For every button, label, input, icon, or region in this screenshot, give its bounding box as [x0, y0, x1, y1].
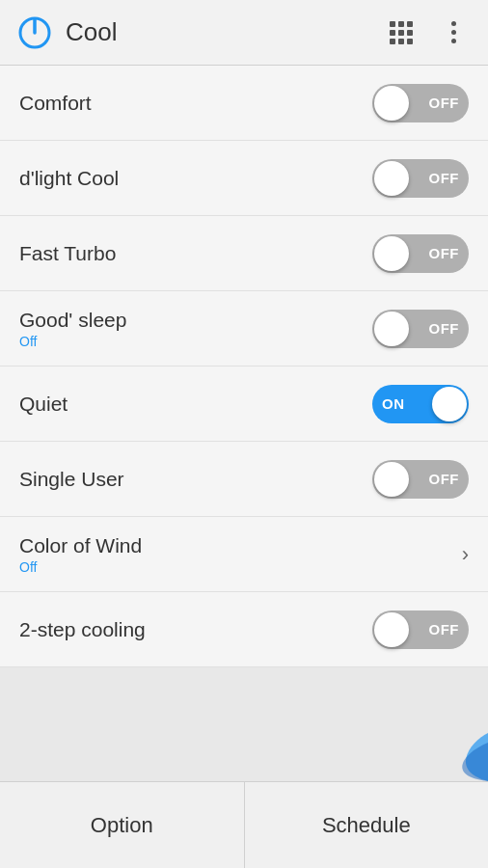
- power-button[interactable]: [14, 12, 56, 54]
- toggle-label-2-step-cooling: OFF: [429, 621, 460, 637]
- toggle-label-dlight-cool: OFF: [429, 170, 460, 186]
- item-left-color-of-wind: Color of WindOff: [19, 534, 142, 575]
- bottom-bar: Option Schedule: [0, 781, 488, 868]
- toggle-thumb-dlight-cool: [374, 161, 409, 196]
- toggle-good-sleep[interactable]: OFF: [372, 310, 469, 348]
- item-left-single-user: Single User: [19, 468, 124, 491]
- item-label-color-of-wind: Color of Wind: [19, 534, 142, 557]
- item-sublabel-color-of-wind: Off: [19, 559, 142, 575]
- list-item-2-step-cooling[interactable]: 2-step coolingOFF: [0, 592, 488, 667]
- toggle-label-single-user: OFF: [429, 471, 460, 487]
- list-item-fast-turbo[interactable]: Fast TurboOFF: [0, 216, 488, 291]
- settings-list: ComfortOFFd'light CoolOFFFast TurboOFFGo…: [0, 66, 488, 781]
- list-item-dlight-cool[interactable]: d'light CoolOFF: [0, 141, 488, 216]
- item-sublabel-good-sleep: Off: [19, 334, 126, 349]
- list-container: ComfortOFFd'light CoolOFFFast TurboOFFGo…: [0, 66, 488, 667]
- toggle-thumb-good-sleep: [374, 312, 409, 346]
- toggle-dlight-cool[interactable]: OFF: [372, 159, 469, 198]
- item-left-good-sleep: Good' sleepOff: [19, 309, 126, 349]
- more-options-button[interactable]: [432, 12, 474, 54]
- toggle-thumb-quiet: [432, 387, 467, 421]
- item-label-comfort: Comfort: [19, 92, 92, 115]
- item-label-single-user: Single User: [19, 468, 124, 491]
- item-left-2-step-cooling: 2-step cooling: [19, 618, 146, 641]
- item-left-dlight-cool: d'light Cool: [19, 167, 119, 190]
- toggle-label-comfort: OFF: [429, 95, 460, 111]
- grid-view-button[interactable]: [380, 12, 422, 54]
- toggle-2-step-cooling[interactable]: OFF: [372, 610, 469, 649]
- option-button[interactable]: Option: [0, 782, 245, 868]
- toggle-label-fast-turbo: OFF: [429, 245, 460, 261]
- toggle-single-user[interactable]: OFF: [372, 460, 469, 499]
- item-left-comfort: Comfort: [19, 92, 92, 115]
- toggle-comfort[interactable]: OFF: [372, 84, 469, 122]
- toggle-thumb-comfort: [374, 86, 409, 121]
- toggle-quiet[interactable]: ON: [372, 385, 469, 423]
- item-left-quiet: Quiet: [19, 393, 68, 416]
- toggle-thumb-fast-turbo: [374, 236, 409, 271]
- toggle-label-quiet: ON: [382, 395, 405, 412]
- list-item-single-user[interactable]: Single UserOFF: [0, 442, 488, 517]
- toggle-thumb-2-step-cooling: [374, 612, 409, 647]
- header-actions: [380, 12, 474, 54]
- more-icon: [451, 21, 456, 43]
- item-label-dlight-cool: d'light Cool: [19, 167, 119, 190]
- toggle-thumb-single-user: [374, 462, 409, 497]
- item-label-good-sleep: Good' sleep: [19, 309, 126, 332]
- list-item-comfort[interactable]: ComfortOFF: [0, 66, 488, 141]
- item-label-fast-turbo: Fast Turbo: [19, 242, 116, 265]
- item-label-2-step-cooling: 2-step cooling: [19, 618, 146, 641]
- grid-icon: [390, 21, 413, 44]
- chevron-icon-color-of-wind: ›: [462, 542, 469, 567]
- item-label-quiet: Quiet: [19, 393, 68, 416]
- item-left-fast-turbo: Fast Turbo: [19, 242, 116, 265]
- list-item-quiet[interactable]: QuietON: [0, 366, 488, 442]
- schedule-button[interactable]: Schedule: [245, 782, 489, 868]
- page-title: Cool: [66, 17, 380, 47]
- header: Cool: [0, 0, 488, 66]
- list-item-color-of-wind[interactable]: Color of WindOff›: [0, 517, 488, 592]
- toggle-fast-turbo[interactable]: OFF: [372, 234, 469, 273]
- list-item-good-sleep[interactable]: Good' sleepOffOFF: [0, 291, 488, 366]
- wave-decoration: [392, 733, 488, 781]
- toggle-label-good-sleep: OFF: [429, 320, 460, 337]
